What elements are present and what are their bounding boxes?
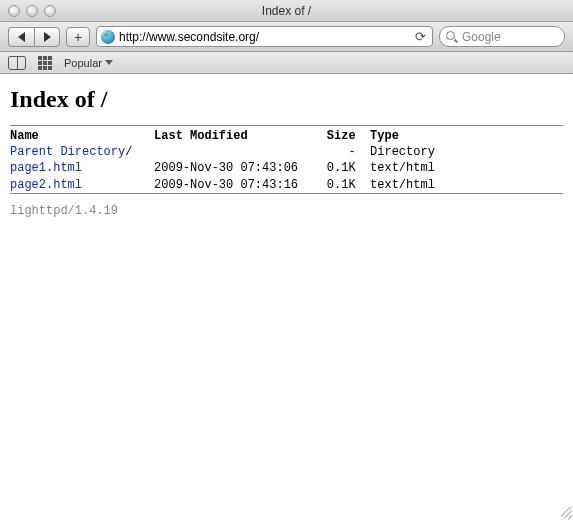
chevron-down-icon xyxy=(105,60,113,65)
plus-icon: + xyxy=(74,29,82,45)
listing-link[interactable]: Parent Directory xyxy=(10,145,125,159)
back-button[interactable] xyxy=(8,27,34,47)
reload-button[interactable]: ⟳ xyxy=(413,29,428,44)
back-icon xyxy=(18,32,25,42)
listing-link[interactable]: page1.html xyxy=(10,161,82,175)
forward-button[interactable] xyxy=(34,27,60,47)
divider xyxy=(10,193,563,194)
directory-listing: Name Last Modified Size Type Parent Dire… xyxy=(10,128,563,193)
url-text: http://www.secondsite.org/ xyxy=(119,30,409,44)
page-content: Index of / Name Last Modified Size Type … xyxy=(0,74,573,520)
window-titlebar: Index of / xyxy=(0,0,573,22)
nav-back-forward xyxy=(8,27,60,47)
site-favicon-icon xyxy=(101,30,115,44)
window-title: Index of / xyxy=(0,4,573,18)
bookmarks-icon[interactable] xyxy=(8,56,26,70)
popular-menu[interactable]: Popular xyxy=(64,57,113,69)
minimize-window-button[interactable] xyxy=(26,5,38,17)
zoom-window-button[interactable] xyxy=(44,5,56,17)
search-icon xyxy=(446,31,458,43)
listing-link[interactable]: page2.html xyxy=(10,178,82,192)
forward-icon xyxy=(44,32,51,42)
bookmarks-bar: Popular xyxy=(0,52,573,74)
search-field[interactable]: Google xyxy=(439,26,565,47)
traffic-lights xyxy=(0,5,56,17)
page-heading: Index of / xyxy=(10,86,563,113)
address-bar[interactable]: http://www.secondsite.org/ ⟳ xyxy=(96,26,433,47)
add-bookmark-button[interactable]: + xyxy=(66,27,90,47)
top-sites-icon[interactable] xyxy=(38,56,52,70)
divider xyxy=(10,125,563,126)
server-signature: lighttpd/1.4.19 xyxy=(10,204,563,218)
popular-label: Popular xyxy=(64,57,102,69)
close-window-button[interactable] xyxy=(8,5,20,17)
search-placeholder: Google xyxy=(462,30,501,44)
browser-toolbar: + http://www.secondsite.org/ ⟳ Google xyxy=(0,22,573,52)
